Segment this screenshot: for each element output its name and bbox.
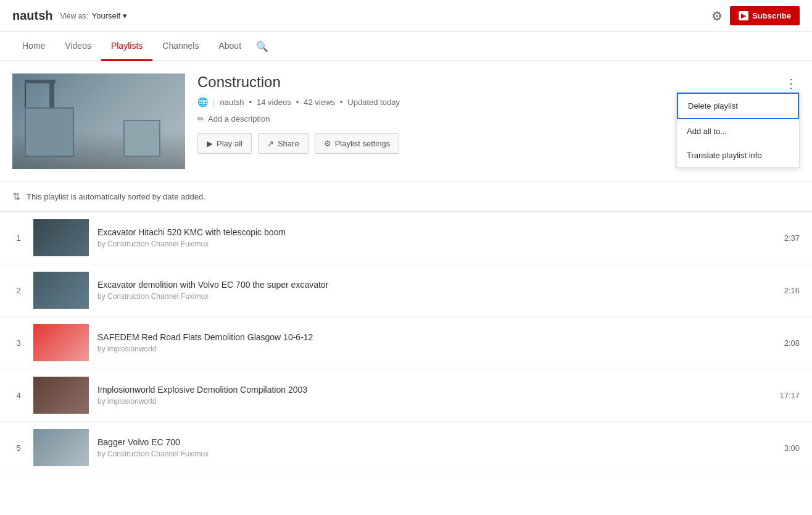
delete-playlist-item[interactable]: Delete playlist <box>677 93 799 119</box>
video-title[interactable]: Bagger Volvo EC 700 <box>97 437 766 447</box>
video-title[interactable]: Implosionworld Explosive Demolition Comp… <box>97 385 766 395</box>
video-channel[interactable]: by Construction Channel Fuximux <box>97 292 766 301</box>
video-number: 5 <box>12 443 25 453</box>
video-duration: 2:37 <box>775 233 800 243</box>
sort-notice: ⇅ This playlist is automatically sorted … <box>0 182 812 212</box>
settings-icon[interactable]: ⚙ <box>711 9 723 23</box>
video-item: 4 Implosionworld Explosive Demolition Co… <box>0 369 812 422</box>
building-decoration-2 <box>123 120 160 157</box>
video-item: 1 Excavator Hitachi 520 KMC with telesco… <box>0 212 812 264</box>
video-number: 3 <box>12 338 25 348</box>
video-number: 2 <box>12 286 25 295</box>
channel-name: nautsh <box>12 9 53 23</box>
header-actions: ⚙ ▶ Subscribe <box>711 6 800 25</box>
playlist-section: Construction 🌐 | nautsh • 14 videos • 42… <box>0 61 812 182</box>
page-header: nautsh View as: Yourself ▾ ⚙ ▶ Subscribe <box>0 0 812 32</box>
video-number: 1 <box>12 233 25 243</box>
video-channel[interactable]: by Construction Channel Fuximux <box>97 240 766 248</box>
three-dot-menu-button[interactable]: ⋮ <box>782 73 800 93</box>
video-thumbnail[interactable] <box>33 272 89 309</box>
search-icon[interactable]: 🔍 <box>256 41 268 52</box>
view-as-label: View as: <box>60 12 88 20</box>
meta-dot-1: • <box>249 98 252 107</box>
chevron-down-icon: ▾ <box>123 11 127 20</box>
video-list: 1 Excavator Hitachi 520 KMC with telesco… <box>0 212 812 474</box>
video-title[interactable]: Excavator demolition with Volvo EC 700 t… <box>97 280 766 290</box>
nav-home[interactable]: Home <box>12 32 55 61</box>
share-label: Share <box>278 139 299 148</box>
video-item: 5 Bagger Volvo EC 700 by Construction Ch… <box>0 422 812 474</box>
nav-playlists[interactable]: Playlists <box>101 32 152 61</box>
video-item: 3 SAFEDEM Red Road Flats Demolition Glas… <box>0 317 812 369</box>
share-icon: ↗ <box>267 139 274 148</box>
video-info: Implosionworld Explosive Demolition Comp… <box>97 385 766 406</box>
playlist-updated: Updated today <box>347 98 400 107</box>
thumb-image <box>33 219 89 256</box>
meta-divider: | <box>213 98 215 107</box>
playlist-settings-button[interactable]: ⚙ Playlist settings <box>315 133 400 154</box>
building-decoration-1 <box>25 107 74 157</box>
view-as-dropdown[interactable]: Yourself ▾ <box>92 11 128 20</box>
nav-channels[interactable]: Channels <box>152 32 209 61</box>
video-info: Excavator demolition with Volvo EC 700 t… <box>97 280 766 301</box>
playlist-title: Construction <box>197 73 800 91</box>
video-thumbnail[interactable] <box>33 429 89 466</box>
video-thumbnail[interactable] <box>33 324 89 361</box>
gear-settings-icon: ⚙ <box>324 139 331 148</box>
context-dropdown-menu: Delete playlist Add all to... Translate … <box>676 92 800 168</box>
add-all-to-item[interactable]: Add all to... <box>677 119 799 143</box>
video-duration: 2:08 <box>775 338 800 348</box>
play-icon: ▶ <box>207 139 213 148</box>
video-thumbnail[interactable] <box>33 377 89 414</box>
video-item: 2 Excavator demolition with Volvo EC 700… <box>0 264 812 317</box>
channel-nav: Home Videos Playlists Channels About 🔍 <box>0 32 812 61</box>
share-button[interactable]: ↗ Share <box>258 133 309 154</box>
playlist-views: 42 views <box>304 98 335 107</box>
subscribe-button[interactable]: ▶ Subscribe <box>730 6 800 25</box>
video-info: Bagger Volvo EC 700 by Construction Chan… <box>97 437 766 458</box>
translate-info-item[interactable]: Translate playlist info <box>677 143 799 167</box>
sort-notice-text: This playlist is automatically sorted by… <box>27 192 205 201</box>
video-info: Excavator Hitachi 520 KMC with telescopi… <box>97 227 766 248</box>
video-title[interactable]: Excavator Hitachi 520 KMC with telescopi… <box>97 227 766 237</box>
thumbnail-image <box>12 73 185 169</box>
playlist-author: nautsh <box>220 98 244 107</box>
nav-about[interactable]: About <box>209 32 251 61</box>
video-number: 4 <box>12 391 25 400</box>
youtube-icon: ▶ <box>739 11 748 20</box>
globe-icon: 🌐 <box>197 97 208 107</box>
subscribe-label: Subscribe <box>752 11 791 20</box>
pencil-icon: ✏ <box>197 114 204 124</box>
playlist-thumbnail <box>12 73 185 169</box>
video-channel[interactable]: by Construction Channel Fuximux <box>97 450 766 458</box>
video-info: SAFEDEM Red Road Flats Demolition Glasgo… <box>97 332 766 353</box>
thumb-image <box>33 324 89 361</box>
play-all-label: Play all <box>217 139 242 148</box>
thumb-image <box>33 377 89 414</box>
add-description-label: Add a description <box>208 114 270 124</box>
nav-videos[interactable]: Videos <box>55 32 101 61</box>
thumb-image <box>33 272 89 309</box>
play-all-button[interactable]: ▶ Play all <box>197 133 252 154</box>
video-title[interactable]: SAFEDEM Red Road Flats Demolition Glasgo… <box>97 332 766 342</box>
playlist-video-count: 14 videos <box>257 98 291 107</box>
playlist-settings-label: Playlist settings <box>335 139 391 148</box>
view-as-value: Yourself <box>92 11 121 20</box>
thumb-image <box>33 429 89 466</box>
video-duration: 2:16 <box>775 286 800 295</box>
meta-dot-3: • <box>340 98 343 107</box>
video-duration: 17:17 <box>775 391 800 400</box>
video-duration: 3:00 <box>775 443 800 453</box>
sort-icon: ⇅ <box>12 191 20 203</box>
video-thumbnail[interactable] <box>33 219 89 256</box>
meta-dot-2: • <box>296 98 299 107</box>
video-channel[interactable]: by implosionworld <box>97 397 766 406</box>
video-channel[interactable]: by implosionworld <box>97 345 766 353</box>
